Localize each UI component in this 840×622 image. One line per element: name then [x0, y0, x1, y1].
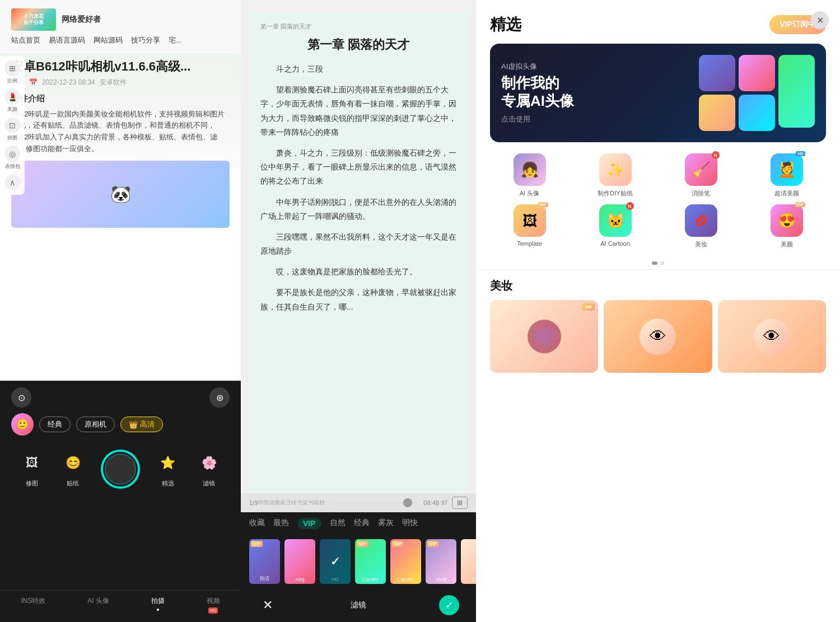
apply-filter-button[interactable]: ✓ — [439, 595, 459, 615]
thumb-item-1[interactable]: Abg — [284, 539, 315, 584]
filter-tag-list: 经典 原相机 👑 高清 — [39, 417, 163, 432]
ai-label: AI 头像 — [520, 189, 539, 198]
chapter-header: 第一章 陨落的天才 — [260, 22, 456, 31]
retouch-icon: 🖼 — [18, 450, 45, 476]
thumb-item-3[interactable]: VIP Cam#2 — [355, 539, 386, 584]
ai-banner-subtitle: AI虚拟头像 — [501, 62, 690, 72]
filter-action-bar: ✕ 滤镜 ✓ — [241, 588, 476, 622]
ai-face-grid — [699, 55, 815, 131]
grid-item-template[interactable]: 🖼 VIP Template — [490, 204, 569, 249]
filter-tab-nature[interactable]: 自然 — [330, 518, 346, 529]
tool-retouch[interactable]: 🖼 修图 — [18, 450, 45, 489]
bottom-navigation: INS特效 AI 头像 拍摄 视频 HD — [0, 590, 241, 622]
nav-ai[interactable]: AI 头像 — [87, 596, 109, 614]
progress-dot[interactable] — [403, 498, 412, 507]
tool-sticker[interactable]: 😊 贴纸 — [59, 450, 86, 489]
filter-tab-favorites[interactable]: 收藏 — [249, 518, 265, 529]
dot-1 — [652, 261, 657, 265]
filter-tab-classic[interactable]: 经典 — [354, 518, 370, 529]
makeup-item-2[interactable]: 👁 — [604, 300, 712, 373]
filter-icon: 🌸 — [195, 450, 222, 476]
collage-label: 拼图 — [7, 134, 17, 142]
beauty-label: 美颜 — [7, 106, 17, 113]
makeup-vip-badge-1: VIP — [582, 303, 595, 311]
user-avatar[interactable]: 🙂 — [11, 413, 34, 436]
vip-badge-5: VIP — [427, 541, 439, 547]
template-icon: 🖼 VIP — [514, 204, 546, 237]
nav-shoot[interactable]: 拍摄 — [151, 596, 165, 614]
reader-time: 08:48 — [423, 499, 439, 506]
filter-tab-misty[interactable]: 雾灰 — [378, 518, 394, 529]
nav-source[interactable]: 网站源码 — [94, 35, 123, 45]
thumb-item-0[interactable]: VIP 拍古 — [249, 539, 280, 584]
grid-item-eraser[interactable]: 🧹 N 消除笔 — [661, 153, 740, 198]
thumb-item-2[interactable]: ✓ HD — [320, 539, 351, 584]
site-logo-area: 小力发花乐干分享 网络爱好者 — [11, 8, 230, 31]
avatar-filter-row: 🙂 经典 原相机 👑 高清 — [0, 408, 241, 441]
filter-tab-hot[interactable]: 最热 — [273, 518, 289, 529]
sidebar-icon-ratio[interactable]: ⊞ 比例 — [4, 60, 20, 85]
sidebar-icon-expression[interactable]: ◎ 表情包 — [4, 146, 20, 170]
ai-avatar-banner[interactable]: AI虚拟头像 制作我的专属AI头像 点击使用 — [490, 44, 826, 142]
nav-video[interactable]: 视频 HD — [207, 596, 220, 614]
cartoon-label: AI Cartoon — [600, 240, 630, 247]
retouch-label: 修图 — [26, 479, 38, 488]
filter-thumbnail-strip: VIP 拍古 Abg ✓ HD VIP Cam#2 VIP Cam#1 VIP … — [241, 535, 476, 588]
beauty-face-label: 美颜 — [781, 240, 793, 249]
reader-body[interactable]: 斗之力，三段 望着测验魔石碑上面闪亮得甚至有些刺眼的五个大字，少年面无表情，唇角… — [260, 62, 456, 314]
filter-tag-original[interactable]: 原相机 — [76, 417, 115, 432]
thumb-item-6[interactable]: Day — [461, 539, 476, 584]
nav-code[interactable]: 易语言源码 — [49, 35, 85, 45]
ai-banner-cta[interactable]: 点击使用 — [501, 114, 690, 124]
shutter-container[interactable] — [101, 450, 140, 489]
template-label: Template — [517, 240, 542, 247]
filter-tab-bright[interactable]: 明快 — [402, 518, 418, 529]
date-icon: 📅 — [29, 78, 38, 86]
makeup-item-1[interactable]: VIP — [490, 300, 598, 373]
progress-bar[interactable] — [330, 502, 418, 503]
filter-tab-vip[interactable]: VIP — [297, 518, 321, 529]
nav-more[interactable]: 宅... — [169, 35, 182, 45]
sticker-diy-icon: ✨ — [599, 153, 632, 186]
grid-item-hd-beauty[interactable]: 💆 HD 超清美颜 — [747, 153, 826, 198]
grid-item-beauty[interactable]: 😍 VIP 美颜 — [747, 204, 826, 249]
sidebar-icon-beauty[interactable]: 💄 美颜 — [4, 89, 20, 113]
site-name-text: 网络爱好者 — [62, 15, 101, 25]
nav-ins[interactable]: INS特效 — [21, 596, 45, 614]
makeup-item-3[interactable]: 👁 — [718, 300, 826, 373]
cartoon-icon: 🐱 N — [599, 204, 632, 237]
page-indicators — [476, 257, 840, 269]
thumb-bg: 🐼 — [11, 161, 230, 228]
grid-item-ai[interactable]: 👧 AI 头像 — [490, 153, 569, 198]
tool-filter[interactable]: 🌸 滤镜 — [195, 450, 222, 489]
tool-featured[interactable]: ⭐ 精选 — [155, 450, 181, 489]
filter-tag-hd[interactable]: 👑 高清 — [120, 417, 163, 432]
grid-item-sticker[interactable]: ✨ 制作DIY贴纸 — [576, 153, 655, 198]
makeup-section-title: 美妆 — [490, 278, 826, 293]
nav-home[interactable]: 站点首页 — [11, 35, 40, 45]
screenshot-header: 小力发花乐干分享 网络爱好者 站点首页 易语言源码 网站源码 技巧分享 宅... — [0, 0, 241, 53]
expression-icon: ◎ — [4, 146, 20, 162]
thumb-item-4[interactable]: VIP Cam#1 — [390, 539, 421, 584]
filter-tag-classic[interactable]: 经典 — [39, 417, 71, 432]
thumb-item-5[interactable]: VIP Vivid — [426, 539, 456, 584]
grid-item-cartoon[interactable]: 🐱 N AI Cartoon — [576, 204, 655, 249]
nav-tips[interactable]: 技巧分享 — [131, 35, 160, 45]
beauty-vip-badge: VIP — [795, 202, 805, 207]
sidebar-expand-button[interactable]: ∧ — [4, 175, 20, 190]
shutter-inner — [105, 453, 136, 485]
camera-menu-button[interactable]: ⊙ — [11, 387, 31, 408]
close-button[interactable]: ✕ — [811, 11, 829, 29]
camera-switch-button[interactable]: ⊛ — [209, 387, 230, 408]
cancel-filter-button[interactable]: ✕ — [258, 595, 278, 615]
shutter-button[interactable] — [101, 450, 140, 489]
thumb-label-2: HD — [320, 577, 351, 582]
grid-4-container: 👧 AI 头像 ✨ 制作DIY贴纸 🧹 N 消除笔 — [490, 153, 826, 249]
template-vip-badge: VIP — [538, 202, 548, 207]
grid-item-makeup[interactable]: 💋 美妆 — [661, 204, 740, 249]
thumb-label-3: Cam#2 — [355, 577, 386, 582]
reader-expand-button[interactable]: ⊞ — [452, 497, 468, 509]
sidebar-icon-collage[interactable]: ⊡ 拼图 — [4, 118, 20, 142]
para-4: 三段嘿嘿，果然不出我所料，这个天才这一年又是在原地踏步 — [260, 230, 456, 258]
camera-panel: 小力发花乐干分享 网络爱好者 站点首页 易语言源码 网站源码 技巧分享 宅...… — [0, 0, 241, 622]
